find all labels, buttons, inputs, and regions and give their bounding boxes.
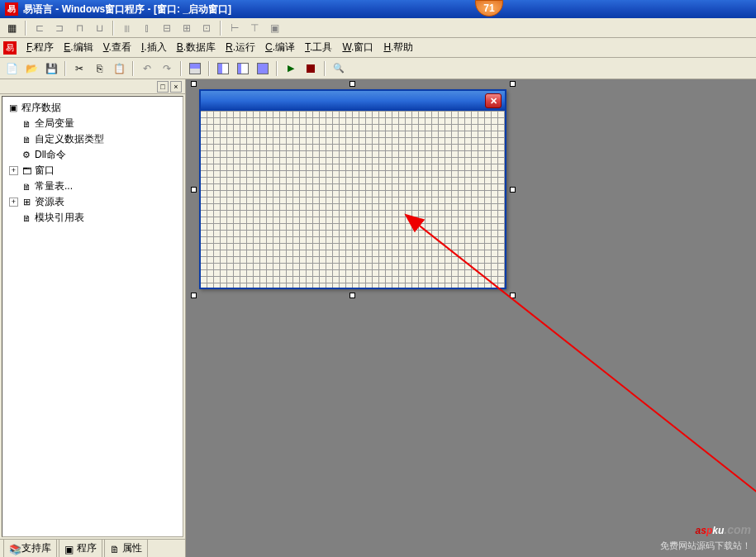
menu-run[interactable]: R.运行 xyxy=(222,39,259,56)
lib-icon: 📚 xyxy=(9,544,19,554)
paste-button[interactable] xyxy=(111,60,127,77)
run-button[interactable] xyxy=(283,60,299,77)
tree-root-icon: ▣ xyxy=(7,102,19,114)
layout1-button[interactable] xyxy=(215,60,231,77)
tab-properties[interactable]: 🗎 属性 xyxy=(104,539,148,557)
form-designer[interactable]: ✕ xyxy=(194,84,512,295)
form-client-area[interactable] xyxy=(201,111,505,288)
panel-pin-button[interactable]: □ xyxy=(157,81,169,93)
program-tree[interactable]: ▣ 程序数据 🗎 全局变量 🗎 自定义数据类型 ⚙ Dll命令 + 🗔 窗口 xyxy=(2,96,183,537)
tree-item-resource[interactable]: + ⊞ 资源表 xyxy=(6,194,179,210)
dist-h-icon[interactable]: ⫼ xyxy=(119,20,136,36)
menu-window[interactable]: W.窗口 xyxy=(339,39,377,56)
resize-handle-ne[interactable] xyxy=(510,81,516,87)
resource-icon: ⊞ xyxy=(21,197,32,208)
same-width-icon[interactable]: ⊟ xyxy=(159,20,175,36)
expand-icon[interactable]: + xyxy=(9,166,18,175)
window-titlebar: 易 易语言 - Windows窗口程序 - [窗口: _启动窗口] xyxy=(0,0,756,18)
center-v-icon[interactable]: ⊤ xyxy=(246,20,263,36)
dist-v-icon[interactable]: ⫿ xyxy=(139,20,155,36)
align-left-icon[interactable]: ⊏ xyxy=(31,20,48,36)
center-h-icon[interactable]: ⊢ xyxy=(226,20,243,36)
tab-program[interactable]: ▣ 程序 xyxy=(59,539,102,557)
menu-app-icon: 易 xyxy=(3,41,17,55)
prog-icon: ▣ xyxy=(64,544,74,554)
same-size-icon[interactable]: ⊡ xyxy=(198,20,215,36)
menu-edit[interactable]: E.编辑 xyxy=(60,39,96,56)
watermark-sub: 免费网站源码下载站！ xyxy=(660,540,751,552)
tree-item-const[interactable]: 🗎 常量表... xyxy=(6,179,179,194)
window-icon: 🗔 xyxy=(21,165,32,177)
form-close-button[interactable]: ✕ xyxy=(485,93,502,108)
type-icon: 🗎 xyxy=(21,134,32,145)
find-button[interactable] xyxy=(330,60,347,77)
form-titlebar[interactable]: ✕ xyxy=(201,91,505,111)
main-menu: 易 F.程序 E.编辑 V.查看 I.插入 B.数据库 R.运行 C.编译 T.… xyxy=(0,38,756,58)
tree-item-custom-types[interactable]: 🗎 自定义数据类型 xyxy=(6,131,179,147)
expand-icon[interactable]: + xyxy=(9,198,18,207)
toolbar-standard xyxy=(0,58,756,79)
app-icon: 易 xyxy=(5,2,18,16)
resize-handle-n[interactable] xyxy=(349,81,355,87)
tree-item-global-vars[interactable]: 🗎 全局变量 xyxy=(6,116,179,131)
same-height-icon[interactable]: ⊞ xyxy=(178,20,195,36)
bring-front-icon[interactable]: ▣ xyxy=(266,20,283,36)
module-icon: 🗎 xyxy=(21,212,32,224)
menu-compile[interactable]: C.编译 xyxy=(262,39,298,56)
dll-icon: ⚙ xyxy=(21,150,32,161)
window-title: 易语言 - Windows窗口程序 - [窗口: _启动窗口] xyxy=(23,2,231,17)
align-bottom-icon[interactable]: ⊔ xyxy=(91,20,107,36)
panel-bottom-tabs: 📚 支持库 ▣ 程序 🗎 属性 xyxy=(0,539,185,557)
resize-handle-w[interactable] xyxy=(191,187,197,193)
panel-header: □ × xyxy=(0,79,185,94)
layout2-button[interactable] xyxy=(235,60,251,77)
left-panel: □ × ▣ 程序数据 🗎 全局变量 🗎 自定义数据类型 ⚙ Dll命令 + � xyxy=(0,79,186,557)
resize-handle-s[interactable] xyxy=(349,293,355,298)
menu-help[interactable]: H.帮助 xyxy=(380,39,416,56)
align-top-icon[interactable]: ⊓ xyxy=(71,20,88,36)
startup-window-form[interactable]: ✕ xyxy=(199,89,506,289)
prop-icon: 🗎 xyxy=(110,544,120,554)
const-icon: 🗎 xyxy=(21,181,32,193)
resize-handle-nw[interactable] xyxy=(191,81,197,87)
menu-tools[interactable]: T.工具 xyxy=(302,39,335,56)
panel-close-button[interactable]: × xyxy=(170,81,182,93)
designer-button[interactable] xyxy=(187,60,203,77)
layout3-button[interactable] xyxy=(254,60,271,77)
var-icon: 🗎 xyxy=(21,118,32,130)
menu-database[interactable]: B.数据库 xyxy=(174,39,219,56)
tree-item-window[interactable]: + 🗔 窗口 xyxy=(6,163,179,179)
main-area: □ × ▣ 程序数据 🗎 全局变量 🗎 自定义数据类型 ⚙ Dll命令 + � xyxy=(0,79,756,557)
menu-insert[interactable]: I.插入 xyxy=(138,39,170,56)
cut-button[interactable] xyxy=(71,60,88,77)
resize-handle-e[interactable] xyxy=(510,187,516,193)
menu-program[interactable]: F.程序 xyxy=(23,39,57,56)
resize-handle-se[interactable] xyxy=(510,293,516,298)
save-button[interactable] xyxy=(43,60,59,77)
watermark: aspku.com 免费网站源码下载站！ xyxy=(660,514,751,552)
redo-button[interactable] xyxy=(159,60,175,77)
align-right-icon[interactable]: ⊐ xyxy=(51,20,68,36)
tab-support-lib[interactable]: 📚 支持库 xyxy=(3,539,57,557)
menu-view[interactable]: V.查看 xyxy=(100,39,135,56)
undo-button[interactable] xyxy=(139,60,155,77)
open-button[interactable] xyxy=(23,60,40,77)
resize-handle-sw[interactable] xyxy=(191,293,197,298)
new-button[interactable] xyxy=(3,60,20,77)
tree-item-module[interactable]: 🗎 模块引用表 xyxy=(6,210,179,226)
tree-root[interactable]: ▣ 程序数据 xyxy=(6,100,179,116)
toolbar-alignment: ▦ ⊏ ⊐ ⊓ ⊔ ⫼ ⫿ ⊟ ⊞ ⊡ ⊢ ⊤ ▣ xyxy=(0,18,756,38)
tree-item-dll[interactable]: ⚙ Dll命令 xyxy=(6,147,179,163)
copy-button[interactable] xyxy=(91,60,107,77)
design-canvas[interactable]: ✕ xyxy=(186,79,756,557)
watermark-brand: aspku.com xyxy=(660,514,751,540)
stop-button[interactable] xyxy=(302,60,319,77)
grid-icon[interactable]: ▦ xyxy=(3,20,20,36)
